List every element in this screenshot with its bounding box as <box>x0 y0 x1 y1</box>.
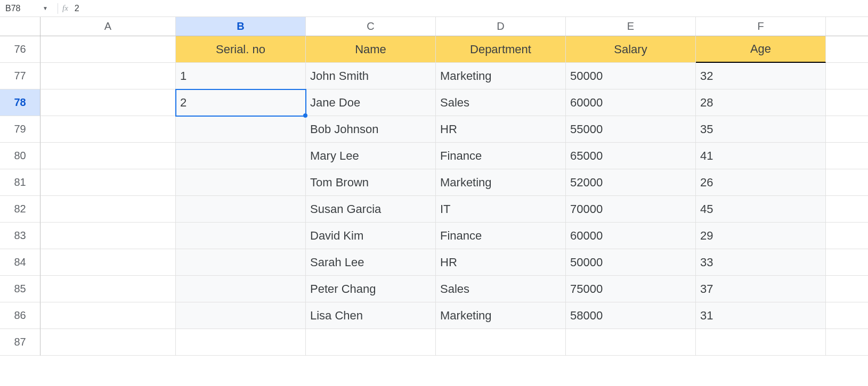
cell-f86[interactable]: 31 <box>696 302 826 329</box>
row-header-83[interactable]: 83 <box>0 223 40 249</box>
cell-c85[interactable]: Peter Chang <box>306 276 436 302</box>
cell-c86[interactable]: Lisa Chen <box>306 302 436 329</box>
cell-b84[interactable] <box>176 249 306 276</box>
cell-c83[interactable]: David Kim <box>306 223 436 249</box>
cell-d84[interactable]: HR <box>436 249 566 276</box>
cell-b80[interactable] <box>176 143 306 169</box>
cell-d83[interactable]: Finance <box>436 223 566 249</box>
cell-f82[interactable]: 45 <box>696 196 826 223</box>
row-header-81[interactable]: 81 <box>0 169 40 196</box>
cell-b87[interactable] <box>176 329 306 356</box>
cell-e85[interactable]: 75000 <box>566 276 696 302</box>
cell-a81[interactable] <box>40 169 176 196</box>
cell-a78[interactable] <box>40 89 176 116</box>
cell-reference-box[interactable]: B78 ▼ <box>0 0 53 17</box>
chevron-down-icon[interactable]: ▼ <box>43 5 48 11</box>
cell-a87[interactable] <box>40 329 176 356</box>
cell-d86[interactable]: Marketing <box>436 302 566 329</box>
cell-extra80[interactable] <box>826 143 868 169</box>
cell-c79[interactable]: Bob Johnson <box>306 116 436 143</box>
cell-b81[interactable] <box>176 169 306 196</box>
formula-input[interactable]: 2 <box>75 4 79 13</box>
row-header-84[interactable]: 84 <box>0 249 40 276</box>
cell-extra83[interactable] <box>826 223 868 249</box>
cell-c80[interactable]: Mary Lee <box>306 143 436 169</box>
cell-d79[interactable]: HR <box>436 116 566 143</box>
cell-f87[interactable] <box>696 329 826 356</box>
cell-e87[interactable] <box>566 329 696 356</box>
cell-b76[interactable]: Serial. no <box>176 36 306 63</box>
row-header-76[interactable]: 76 <box>0 36 40 63</box>
fx-icon[interactable]: fx <box>62 4 68 13</box>
cell-d87[interactable] <box>436 329 566 356</box>
cell-extra86[interactable] <box>826 302 868 329</box>
cell-extra84[interactable] <box>826 249 868 276</box>
cell-f76[interactable]: Age <box>696 36 826 63</box>
cell-b78[interactable]: 2 <box>176 89 306 116</box>
cell-extra81[interactable] <box>826 169 868 196</box>
column-header-d[interactable]: D <box>436 17 566 36</box>
cell-e86[interactable]: 58000 <box>566 302 696 329</box>
cell-b77[interactable]: 1 <box>176 63 306 89</box>
cell-c78[interactable]: Jane Doe <box>306 89 436 116</box>
cell-e83[interactable]: 60000 <box>566 223 696 249</box>
cell-a79[interactable] <box>40 116 176 143</box>
cell-d77[interactable]: Marketing <box>436 63 566 89</box>
cell-d76[interactable]: Department <box>436 36 566 63</box>
cell-f85[interactable]: 37 <box>696 276 826 302</box>
cell-extra79[interactable] <box>826 116 868 143</box>
cell-e77[interactable]: 50000 <box>566 63 696 89</box>
select-all-corner[interactable] <box>0 17 40 36</box>
cell-extra76[interactable] <box>826 36 868 63</box>
row-header-78[interactable]: 78 <box>0 89 40 116</box>
cell-a83[interactable] <box>40 223 176 249</box>
cell-b79[interactable] <box>176 116 306 143</box>
cell-d85[interactable]: Sales <box>436 276 566 302</box>
cell-c82[interactable]: Susan Garcia <box>306 196 436 223</box>
row-header-82[interactable]: 82 <box>0 196 40 223</box>
cell-e76[interactable]: Salary <box>566 36 696 63</box>
cell-e78[interactable]: 60000 <box>566 89 696 116</box>
cell-a76[interactable] <box>40 36 176 63</box>
column-header-extra[interactable] <box>826 17 868 36</box>
cell-extra87[interactable] <box>826 329 868 356</box>
cell-f79[interactable]: 35 <box>696 116 826 143</box>
cell-e80[interactable]: 65000 <box>566 143 696 169</box>
cell-f80[interactable]: 41 <box>696 143 826 169</box>
cell-c76[interactable]: Name <box>306 36 436 63</box>
row-header-86[interactable]: 86 <box>0 302 40 329</box>
cell-e84[interactable]: 50000 <box>566 249 696 276</box>
cell-c77[interactable]: John Smith <box>306 63 436 89</box>
row-header-77[interactable]: 77 <box>0 63 40 89</box>
cell-b85[interactable] <box>176 276 306 302</box>
cell-e79[interactable]: 55000 <box>566 116 696 143</box>
cell-a85[interactable] <box>40 276 176 302</box>
cell-f77[interactable]: 32 <box>696 63 826 89</box>
cell-c81[interactable]: Tom Brown <box>306 169 436 196</box>
column-header-e[interactable]: E <box>566 17 696 36</box>
cell-b83[interactable] <box>176 223 306 249</box>
cell-d82[interactable]: IT <box>436 196 566 223</box>
cell-a77[interactable] <box>40 63 176 89</box>
cell-d81[interactable]: Marketing <box>436 169 566 196</box>
cell-b86[interactable] <box>176 302 306 329</box>
cell-f84[interactable]: 33 <box>696 249 826 276</box>
cell-extra78[interactable] <box>826 89 868 116</box>
cell-extra77[interactable] <box>826 63 868 89</box>
cell-c84[interactable]: Sarah Lee <box>306 249 436 276</box>
column-header-b[interactable]: B <box>176 17 306 36</box>
cell-e81[interactable]: 52000 <box>566 169 696 196</box>
cell-extra85[interactable] <box>826 276 868 302</box>
cell-b82[interactable] <box>176 196 306 223</box>
column-header-a[interactable]: A <box>40 17 176 36</box>
row-header-85[interactable]: 85 <box>0 276 40 302</box>
row-header-87[interactable]: 87 <box>0 329 40 356</box>
cell-a86[interactable] <box>40 302 176 329</box>
cell-e82[interactable]: 70000 <box>566 196 696 223</box>
cell-a80[interactable] <box>40 143 176 169</box>
cell-f81[interactable]: 26 <box>696 169 826 196</box>
row-header-79[interactable]: 79 <box>0 116 40 143</box>
cell-a82[interactable] <box>40 196 176 223</box>
cell-a84[interactable] <box>40 249 176 276</box>
cell-d78[interactable]: Sales <box>436 89 566 116</box>
